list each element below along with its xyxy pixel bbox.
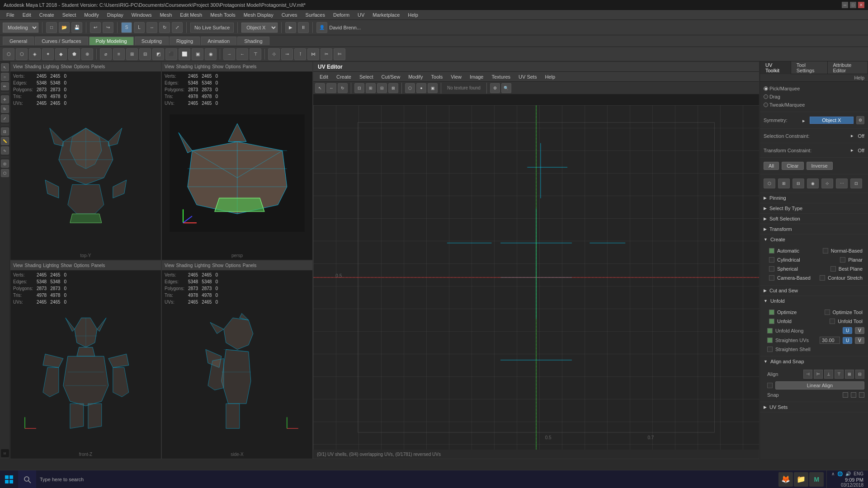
tab-rigging[interactable]: Rigging [170, 37, 200, 45]
linear-align-check[interactable] [767, 383, 773, 388]
close-button[interactable]: ✕ [858, 2, 864, 8]
start-button[interactable] [0, 470, 18, 488]
unfold-check[interactable] [769, 319, 774, 324]
redo-btn[interactable]: ↪ [103, 22, 113, 33]
deform-tool[interactable]: ⬡ [1, 169, 9, 177]
uv-menu-image[interactable]: Image [466, 73, 487, 80]
snap-check-2[interactable] [851, 392, 856, 398]
vp-bl-lighting[interactable]: Lighting [43, 263, 59, 268]
normal-based-item[interactable]: Normal-Based [821, 247, 864, 254]
straighten-shell-check[interactable] [767, 347, 773, 352]
symmetry-arrow[interactable]: ▸ [802, 118, 807, 122]
planar-item[interactable]: Planar [838, 256, 864, 263]
shelf-btn-5[interactable]: ◆ [55, 48, 67, 60]
tab-sculpting[interactable]: Sculpting [135, 37, 169, 45]
drag-radio-btn[interactable] [764, 94, 768, 99]
menu-mesh-tools[interactable]: Mesh Tools [207, 11, 239, 19]
camera-based-item[interactable]: Camera-Based [767, 274, 812, 282]
sel-mode-2[interactable]: ⊞ [778, 178, 790, 188]
tray-arrow[interactable]: ∧ [831, 471, 835, 476]
user-btn[interactable]: 👤 [316, 22, 327, 33]
sel-mode-3[interactable]: ⊟ [793, 178, 804, 188]
align-snap-header[interactable]: ▼ Align and Snap [760, 357, 868, 366]
shelf-btn-6[interactable]: ⬟ [68, 48, 80, 60]
tab-poly-modeling[interactable]: Poly Modeling [89, 37, 134, 45]
shelf-btn-2[interactable]: ⬡ [16, 48, 28, 60]
pinning-header[interactable]: ▶ Pinning [760, 193, 868, 203]
straighten-v-btn[interactable]: V [855, 337, 864, 344]
undo-btn[interactable]: ↩ [90, 22, 101, 33]
new-scene-btn[interactable]: □ [46, 22, 57, 33]
paint-tool[interactable]: ✏ [1, 82, 9, 90]
menu-select[interactable]: Select [59, 11, 80, 19]
menu-curves[interactable]: Curves [278, 11, 301, 19]
shelf-btn-14[interactable]: ⬜ [179, 48, 190, 60]
menu-uv[interactable]: UV [354, 11, 368, 19]
snap-check-1[interactable] [843, 392, 848, 398]
align-bottom-btn[interactable]: ⊟ [855, 370, 864, 379]
align-center-v-btn[interactable]: ⊞ [845, 370, 854, 379]
sculpt-tool[interactable]: ◎ [1, 160, 9, 168]
move-btn[interactable]: ↔ [146, 22, 157, 33]
uv-sets-header[interactable]: ▶ UV Sets [760, 402, 868, 412]
clear-button[interactable]: Clear [782, 162, 803, 170]
sel-mode-4[interactable]: ◉ [807, 178, 819, 188]
tab-general[interactable]: General [3, 37, 34, 45]
inverse-button[interactable]: Inverse [807, 162, 833, 170]
uv-menu-modify[interactable]: Modify [405, 73, 426, 80]
uv-tb-9[interactable]: ● [416, 83, 426, 93]
search-button[interactable] [18, 470, 36, 488]
snap-tool[interactable]: ⊡ [1, 127, 9, 136]
unfold-along-u-btn[interactable]: U [843, 327, 852, 334]
select-by-type-header[interactable]: ▶ Select By Type [760, 203, 868, 213]
vp-bl-show[interactable]: Show [61, 263, 72, 268]
contour-stretch-check[interactable] [820, 275, 825, 281]
vp-br-panels[interactable]: Panels [243, 263, 257, 268]
shelf-btn-4[interactable]: ✦ [42, 48, 54, 60]
save-scene-btn[interactable]: 💾 [71, 22, 82, 33]
menu-marketplace[interactable]: Marketplace [369, 11, 403, 19]
vp-tr-view[interactable]: View [165, 64, 175, 69]
shelf-btn-21[interactable]: ⊸ [281, 48, 293, 60]
shelf-btn-7[interactable]: ⊕ [81, 48, 93, 60]
camera-based-check[interactable] [769, 275, 774, 281]
scale-tool[interactable]: ⤢ [1, 114, 9, 122]
right-help-link[interactable]: Help [854, 75, 864, 80]
curve-tool[interactable]: ∿ [1, 146, 9, 155]
drag-radio[interactable]: Drag [764, 94, 780, 99]
object-x-dropdown[interactable]: Object X [241, 23, 278, 33]
uv-menu-edit[interactable]: Edit [316, 73, 332, 80]
shelf-btn-15[interactable]: ▣ [192, 48, 203, 60]
vp-bl-panels[interactable]: Panels [91, 263, 105, 268]
uv-menu-select[interactable]: Select [356, 73, 377, 80]
lasso-btn[interactable]: L [134, 22, 145, 33]
uv-tb-10[interactable]: ▣ [428, 83, 438, 93]
uv-menu-view[interactable]: View [447, 73, 465, 80]
menu-display[interactable]: Display [104, 11, 127, 19]
menu-help[interactable]: Help [404, 11, 422, 19]
shelf-btn-8[interactable]: ⌀ [100, 48, 112, 60]
vp-tr-panels[interactable]: Panels [243, 64, 257, 69]
menu-surfaces[interactable]: Surfaces [302, 11, 329, 19]
uv-tb-7[interactable]: ⊠ [388, 83, 398, 93]
shelf-btn-10[interactable]: ⊞ [126, 48, 138, 60]
best-plane-item[interactable]: Best Plane [829, 265, 864, 272]
modeling-dropdown[interactable]: Modeling [3, 23, 38, 33]
minimize-button[interactable]: ─ [842, 2, 848, 8]
vp-br-show[interactable]: Show [212, 263, 223, 268]
viewport-top-left[interactable]: View Shading Lighting Show Options Panel… [10, 61, 161, 260]
tweak-radio[interactable]: Tweak/Marquee [764, 102, 805, 108]
cylindrical-item[interactable]: Cylindrical [767, 256, 802, 263]
optimize-tool-item[interactable]: Optimize Tool [823, 309, 864, 316]
automatic-check[interactable] [769, 248, 774, 253]
menu-file[interactable]: File [3, 11, 18, 19]
vp-tl-options[interactable]: Options [74, 64, 89, 69]
unfold-item[interactable]: Unfold [767, 318, 793, 325]
all-button[interactable]: All [764, 162, 779, 170]
planar-check[interactable] [840, 257, 845, 263]
normal-based-check[interactable] [823, 248, 828, 253]
uv-tb-4[interactable]: ⊡ [354, 83, 364, 93]
tab-curves-surfaces[interactable]: Curves / Surfaces [35, 37, 88, 45]
tab-attribute-editor[interactable]: Attribute Editor [828, 61, 868, 75]
vp-tl-view[interactable]: View [13, 64, 23, 69]
